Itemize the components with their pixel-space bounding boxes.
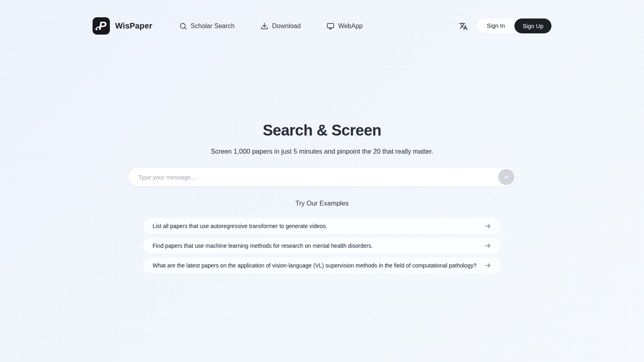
page-subtitle: Screen 1,000 papers in just 5 minutes an… <box>0 148 644 155</box>
nav-item-download[interactable]: Download <box>260 22 301 30</box>
nav-item-webapp[interactable]: WebApp <box>326 22 363 30</box>
arrow-right-icon <box>484 222 491 230</box>
translate-icon <box>459 22 468 31</box>
examples-title: Try Our Examples <box>0 200 644 207</box>
chevron-up-icon <box>503 173 510 181</box>
example-text: Find papers that use machine learning me… <box>153 243 373 249</box>
auth-buttons: Sign In Sign Up <box>477 19 551 33</box>
sign-up-button[interactable]: Sign Up <box>514 19 551 33</box>
nav-label: WebApp <box>338 23 363 30</box>
message-input-bar <box>128 168 516 186</box>
svg-text:P: P <box>99 19 107 32</box>
wispaper-logo-icon: P <box>93 17 110 35</box>
example-list: List all papers that use autoregressive … <box>143 218 501 274</box>
main-content: Search & Screen Screen 1,000 papers in j… <box>0 122 644 274</box>
example-text: What are the latest papers on the applic… <box>153 262 477 269</box>
page-title: Search & Screen <box>0 122 644 139</box>
search-icon <box>179 22 187 30</box>
main-nav: Scholar Search Download WebApp <box>179 22 363 30</box>
brand-name: WisPaper <box>115 21 153 31</box>
download-icon <box>260 22 268 30</box>
nav-label: Scholar Search <box>191 23 235 30</box>
example-row-2[interactable]: Find papers that use machine learning me… <box>143 238 501 254</box>
monitor-icon <box>326 22 334 30</box>
header: P WisPaper Scholar Search Download WebAp <box>93 17 551 35</box>
example-row-3[interactable]: What are the latest papers on the applic… <box>143 257 501 274</box>
message-input[interactable] <box>128 168 516 186</box>
language-switch-button[interactable] <box>459 22 468 31</box>
send-button[interactable] <box>498 169 514 185</box>
arrow-right-icon <box>484 262 491 269</box>
brand[interactable]: P WisPaper <box>93 17 153 35</box>
nav-label: Download <box>272 23 301 30</box>
sign-in-button[interactable]: Sign In <box>477 19 514 33</box>
arrow-right-icon <box>484 242 491 249</box>
header-right: Sign In Sign Up <box>459 19 551 33</box>
nav-item-scholar-search[interactable]: Scholar Search <box>179 22 235 30</box>
example-text: List all papers that use autoregressive … <box>153 223 327 229</box>
example-row-1[interactable]: List all papers that use autoregressive … <box>143 218 501 234</box>
